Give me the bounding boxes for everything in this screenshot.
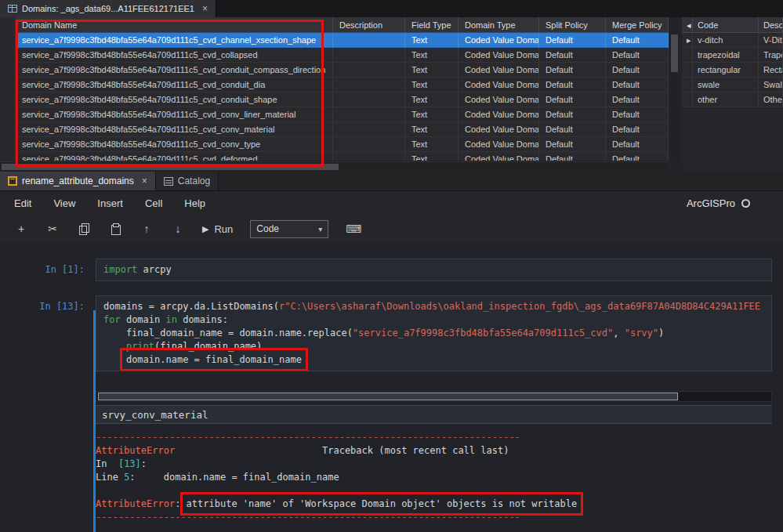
table-cell: Coded Value Domain bbox=[459, 92, 539, 107]
column-header-domain-type[interactable]: Domain Type bbox=[459, 17, 539, 33]
table-cell: Swale bbox=[759, 78, 783, 92]
table-row[interactable]: service_a7f9998c3fbd48bfa55e64a709d111c5… bbox=[16, 122, 669, 137]
table-cell: Default bbox=[539, 33, 606, 48]
copy-cell-button[interactable] bbox=[77, 221, 91, 237]
stream-output: srvy_conv_material bbox=[94, 405, 772, 424]
table-cell: swale bbox=[693, 78, 759, 92]
table-cell bbox=[333, 107, 405, 122]
code-line: domains = arcpy.da.ListDomains(r"C:\User… bbox=[103, 300, 764, 313]
column-header-description[interactable]: Description bbox=[333, 17, 405, 33]
cut-cell-button[interactable]: ✂ bbox=[45, 221, 60, 237]
column-header-code-description[interactable]: Descri bbox=[759, 17, 783, 33]
table-cell: service_a7f9998c3fbd48bfa55e64a709d111c5… bbox=[16, 152, 333, 161]
domains-table-header: Domain Name Description Field Type Domai… bbox=[16, 17, 669, 33]
table-cell: Default bbox=[539, 78, 606, 92]
table-vertical-scrollbar[interactable] bbox=[669, 33, 680, 161]
table-row[interactable]: service_a7f9998c3fbd48bfa55e64a709d111c5… bbox=[16, 33, 669, 48]
active-cell-indicator bbox=[93, 310, 96, 532]
scrollbar-thumb[interactable] bbox=[2, 164, 339, 170]
paste-cell-button[interactable] bbox=[108, 221, 122, 237]
tab-label: rename_attribute_domains bbox=[22, 176, 134, 186]
cell-horizontal-scrollbar[interactable] bbox=[96, 391, 772, 402]
code-cell-1: In [1]: import arcpy bbox=[0, 259, 772, 281]
cell-prompt: In [13]: bbox=[0, 295, 96, 313]
table-cell: v-ditch bbox=[693, 33, 759, 48]
keyboard-shortcuts-button[interactable]: ⌨ bbox=[346, 221, 361, 237]
table-cell: Default bbox=[539, 63, 606, 78]
column-header-split-policy[interactable]: Split Policy bbox=[539, 17, 606, 33]
table-cell: service_a7f9998c3fbd48bfa55e64a709d111c5… bbox=[16, 78, 333, 92]
code-line: for domain in domains: bbox=[103, 313, 764, 327]
table-cell: Text bbox=[405, 107, 459, 122]
table-cell bbox=[333, 48, 405, 63]
table-cell bbox=[333, 122, 405, 137]
table-cell: Default bbox=[539, 122, 606, 137]
run-button[interactable]: ▶ Run bbox=[202, 223, 233, 235]
menu-insert[interactable]: Insert bbox=[97, 197, 123, 209]
table-row[interactable]: service_a7f9998c3fbd48bfa55e64a709d111c5… bbox=[16, 92, 669, 107]
table-row[interactable]: service_a7f9998c3fbd48bfa55e64a709d111c5… bbox=[16, 137, 669, 152]
scrollbar-thumb[interactable] bbox=[98, 393, 678, 400]
menu-view[interactable]: View bbox=[53, 197, 75, 209]
column-header-code[interactable]: Code bbox=[693, 17, 759, 33]
table-cell: Text bbox=[405, 122, 459, 137]
table-cell: Text bbox=[405, 63, 459, 78]
table-row[interactable]: service_a7f9998c3fbd48bfa55e64a709d111c5… bbox=[16, 63, 669, 78]
table-cell bbox=[333, 92, 405, 107]
code-line bbox=[96, 484, 772, 498]
tab-rename-attribute-domains[interactable]: rename_attribute_domains × bbox=[0, 172, 156, 190]
column-header-domain-name[interactable]: Domain Name bbox=[16, 17, 333, 33]
tab-catalog[interactable]: Catalog bbox=[156, 172, 219, 190]
table-cell: Default bbox=[606, 78, 669, 92]
code-value-row[interactable]: trapezoidalTrapez bbox=[682, 48, 783, 63]
arrow-up-icon: ↑ bbox=[144, 223, 150, 235]
menu-help[interactable]: Help bbox=[184, 197, 205, 209]
code-value-row[interactable]: otherOther bbox=[682, 92, 783, 107]
scrollbar-thumb[interactable] bbox=[671, 34, 678, 72]
code-value-row[interactable]: ▸v-ditchV-Ditc bbox=[682, 33, 783, 48]
notebook-menubar: Edit View Insert Cell Help ArcGISPro bbox=[0, 191, 783, 215]
column-header-merge-policy[interactable]: Merge Policy bbox=[606, 17, 669, 33]
notebook-icon bbox=[8, 176, 17, 186]
collapse-arrow-icon[interactable]: ◂ bbox=[682, 17, 693, 33]
table-icon bbox=[8, 5, 17, 13]
code-line: import arcpy bbox=[103, 263, 764, 277]
menu-cell[interactable]: Cell bbox=[145, 197, 162, 209]
catalog-icon bbox=[164, 177, 173, 186]
cell-type-select[interactable]: Code ▾ bbox=[250, 220, 328, 238]
table-cell: V-Ditc bbox=[759, 33, 783, 48]
close-icon[interactable]: × bbox=[202, 3, 208, 14]
tab-domains-view[interactable]: Domains: _ags_data69...A11FEE612171EE1 × bbox=[0, 0, 216, 17]
code-value-row[interactable]: rectangularRectan bbox=[682, 63, 783, 78]
code-line: ----------------------------------------… bbox=[96, 431, 772, 444]
code-editor[interactable]: import arcpy bbox=[96, 259, 772, 281]
arcgis-pro-screen: Domains: _ags_data69...A11FEE612171EE1 ×… bbox=[0, 0, 783, 532]
column-header-field-type[interactable]: Field Type bbox=[405, 17, 459, 33]
code-line: AttributeError: attribute 'name' of 'Wor… bbox=[96, 498, 772, 511]
table-horizontal-scrollbar[interactable] bbox=[0, 161, 669, 171]
table-cell bbox=[333, 137, 405, 152]
coded-values-body: ▸v-ditchV-DitctrapezoidalTrapezrectangul… bbox=[682, 33, 783, 107]
table-cell bbox=[333, 152, 405, 161]
table-cell: Default bbox=[539, 137, 606, 152]
table-row[interactable]: service_a7f9998c3fbd48bfa55e64a709d111c5… bbox=[16, 152, 669, 161]
table-cell: Coded Value Domain bbox=[459, 152, 539, 161]
table-row[interactable]: service_a7f9998c3fbd48bfa55e64a709d111c5… bbox=[16, 78, 669, 92]
keyboard-icon: ⌨ bbox=[346, 223, 361, 235]
move-cell-down-button[interactable]: ↓ bbox=[171, 221, 185, 237]
annotation-red-box: domain.name = final_domain_name bbox=[126, 354, 302, 365]
table-cell: Text bbox=[405, 152, 459, 161]
table-cell: Default bbox=[606, 122, 669, 137]
table-cell: Default bbox=[606, 33, 669, 48]
code-editor[interactable]: domains = arcpy.da.ListDomains(r"C:\User… bbox=[96, 295, 772, 371]
move-cell-up-button[interactable]: ↑ bbox=[140, 221, 154, 237]
add-cell-button[interactable]: + bbox=[14, 221, 28, 237]
table-cell: Default bbox=[539, 152, 606, 161]
menu-edit[interactable]: Edit bbox=[14, 197, 31, 209]
code-value-row[interactable]: swaleSwale bbox=[682, 78, 783, 92]
table-cell: Text bbox=[405, 78, 459, 92]
table-row[interactable]: service_a7f9998c3fbd48bfa55e64a709d111c5… bbox=[16, 107, 669, 122]
table-cell: Coded Value Domain bbox=[459, 122, 539, 137]
close-icon[interactable]: × bbox=[142, 176, 147, 186]
table-row[interactable]: service_a7f9998c3fbd48bfa55e64a709d111c5… bbox=[16, 48, 669, 63]
